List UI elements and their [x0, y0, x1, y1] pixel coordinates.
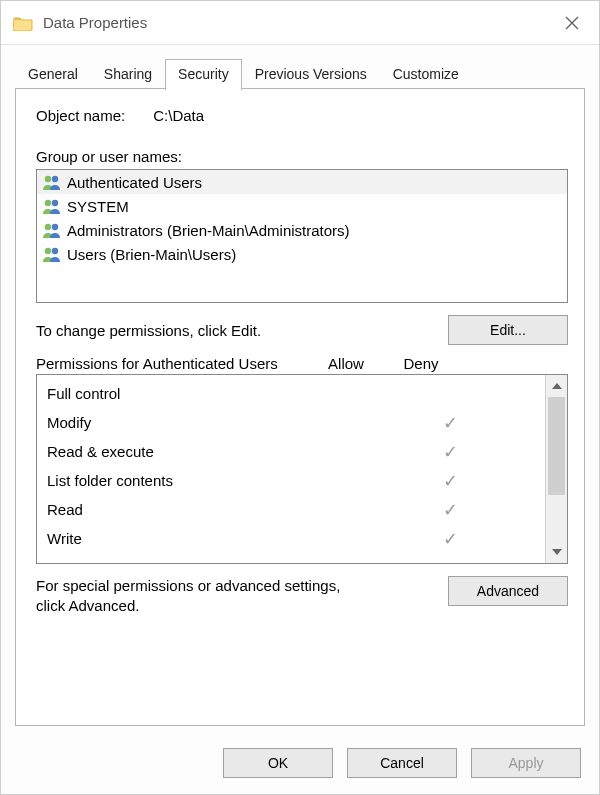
checkmark-icon: ✓	[443, 529, 458, 549]
permission-row[interactable]: Read & execute ✓	[47, 437, 545, 466]
users-icon	[41, 221, 63, 239]
tab-previous-versions[interactable]: Previous Versions	[242, 59, 380, 89]
permission-name: Read	[47, 501, 411, 518]
scroll-up-icon[interactable]	[546, 375, 568, 397]
group-item[interactable]: Authenticated Users	[37, 170, 567, 194]
tab-customize[interactable]: Customize	[380, 59, 472, 89]
group-item[interactable]: SYSTEM	[37, 194, 567, 218]
permissions-header: Permissions for Authenticated Users Allo…	[36, 355, 568, 372]
allow-cell: ✓	[411, 472, 489, 490]
users-icon	[41, 245, 63, 263]
groups-listbox[interactable]: Authenticated Users SYSTEM Administrator…	[36, 169, 568, 303]
object-name-row: Object name: C:\Data	[36, 107, 568, 124]
cancel-button[interactable]: Cancel	[347, 748, 457, 778]
svg-point-8	[45, 248, 51, 254]
scroll-down-icon[interactable]	[546, 541, 568, 563]
group-item[interactable]: Administrators (Brien-Main\Administrator…	[37, 218, 567, 242]
checkmark-icon: ✓	[443, 471, 458, 491]
tab-sharing[interactable]: Sharing	[91, 59, 165, 89]
group-item-label: SYSTEM	[67, 198, 129, 215]
tab-security[interactable]: Security	[165, 59, 242, 90]
tab-strip: General Sharing Security Previous Versio…	[1, 45, 599, 89]
titlebar: Data Properties	[1, 1, 599, 45]
allow-cell: ✓	[411, 501, 489, 519]
dialog-button-row: OK Cancel Apply	[1, 738, 599, 794]
permissions-for-label: Permissions for Authenticated Users	[36, 355, 306, 372]
groups-label: Group or user names:	[36, 148, 568, 165]
edit-button[interactable]: Edit...	[448, 315, 568, 345]
svg-point-6	[45, 224, 51, 230]
svg-point-2	[45, 176, 51, 182]
ok-button[interactable]: OK	[223, 748, 333, 778]
checkmark-icon: ✓	[443, 500, 458, 520]
permission-row[interactable]: Modify ✓	[47, 408, 545, 437]
advanced-hint: For special permissions or advanced sett…	[36, 576, 356, 617]
object-name-value: C:\Data	[153, 107, 204, 124]
permission-name: List folder contents	[47, 472, 411, 489]
checkmark-icon: ✓	[443, 442, 458, 462]
permission-name: Write	[47, 530, 411, 547]
scroll-track[interactable]	[546, 397, 567, 541]
apply-button[interactable]: Apply	[471, 748, 581, 778]
group-item[interactable]: Users (Brien-Main\Users)	[37, 242, 567, 266]
permissions-body: Full control Modify ✓ Read & execute ✓ L…	[37, 375, 545, 563]
svg-point-3	[52, 176, 58, 182]
group-item-label: Authenticated Users	[67, 174, 202, 191]
checkmark-icon: ✓	[443, 413, 458, 433]
window-title: Data Properties	[43, 14, 147, 31]
users-icon	[41, 197, 63, 215]
advanced-button[interactable]: Advanced	[448, 576, 568, 606]
permission-name: Modify	[47, 414, 411, 431]
group-item-label: Users (Brien-Main\Users)	[67, 246, 236, 263]
svg-point-9	[52, 248, 58, 254]
users-icon	[41, 173, 63, 191]
security-panel: Object name: C:\Data Group or user names…	[15, 89, 585, 726]
permission-row[interactable]: Full control	[47, 379, 545, 408]
deny-column-header: Deny	[386, 355, 456, 372]
folder-icon	[13, 15, 33, 31]
permission-name: Read & execute	[47, 443, 411, 460]
allow-cell: ✓	[411, 530, 489, 548]
svg-point-7	[52, 224, 58, 230]
edit-hint: To change permissions, click Edit.	[36, 322, 261, 339]
group-item-label: Administrators (Brien-Main\Administrator…	[67, 222, 350, 239]
svg-point-4	[45, 200, 51, 206]
scrollbar[interactable]	[545, 375, 567, 563]
permissions-listbox: Full control Modify ✓ Read & execute ✓ L…	[36, 374, 568, 564]
allow-column-header: Allow	[306, 355, 386, 372]
permission-row[interactable]: List folder contents ✓	[47, 466, 545, 495]
scroll-thumb[interactable]	[548, 397, 565, 495]
object-name-label: Object name:	[36, 107, 125, 124]
svg-point-5	[52, 200, 58, 206]
allow-cell: ✓	[411, 414, 489, 432]
properties-dialog: Data Properties General Sharing Security…	[0, 0, 600, 795]
allow-cell: ✓	[411, 443, 489, 461]
close-button[interactable]	[549, 1, 595, 45]
permission-row[interactable]: Write ✓	[47, 524, 545, 553]
permission-row[interactable]: Read ✓	[47, 495, 545, 524]
permission-name: Full control	[47, 385, 411, 402]
tab-general[interactable]: General	[15, 59, 91, 89]
